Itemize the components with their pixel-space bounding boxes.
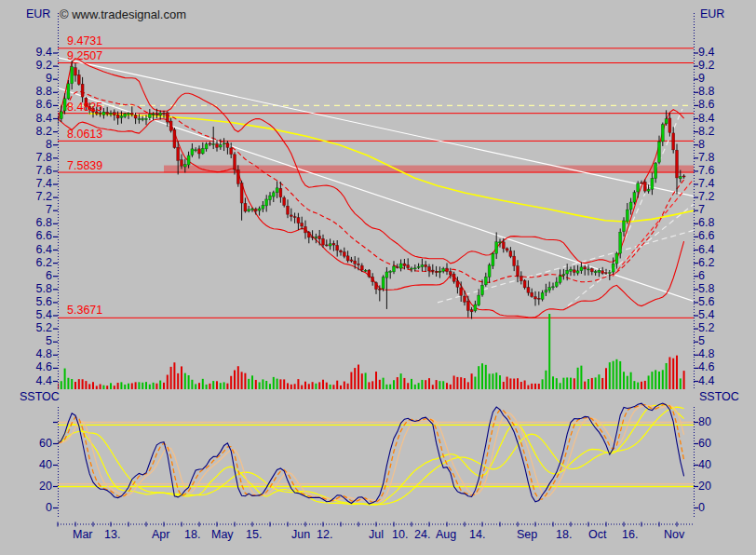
volume-bar (548, 314, 550, 389)
volume-bar (648, 375, 650, 389)
volume-bar (244, 373, 246, 389)
volume-bar (358, 365, 359, 389)
candle (545, 291, 547, 292)
price-tick-label-right: 5.6 (698, 296, 714, 308)
volume-bar (456, 377, 458, 389)
price-tick-label-left: 8.2 (0, 126, 52, 138)
volume-bar (142, 383, 143, 389)
candle (598, 270, 601, 272)
main-price-panel[interactable] (57, 48, 695, 389)
candle (474, 305, 477, 311)
volume-bar (560, 383, 561, 389)
volume-bar (432, 385, 434, 389)
volume-bar (503, 382, 505, 389)
price-tick-label-right: 7 (698, 204, 705, 216)
candle (513, 256, 516, 265)
volume-bar (114, 386, 115, 389)
volume-bar (110, 383, 112, 389)
candle (665, 119, 668, 124)
volume-bar (206, 385, 208, 389)
candle (573, 270, 575, 273)
price-tick-label-left: 4.8 (0, 348, 52, 360)
volume-bar (605, 368, 607, 389)
price-tick-label-right: 5 (698, 335, 705, 347)
price-tick-label-left: 6.4 (0, 244, 52, 256)
volume-bar (71, 379, 73, 389)
price-tick-label-left: 5.2 (0, 322, 52, 334)
volume-bar (312, 382, 314, 389)
price-tick-label-right: 9 (698, 73, 705, 85)
candle (446, 268, 449, 272)
candle (279, 188, 282, 196)
volume-bar (668, 357, 670, 389)
price-tick-label-right: 8.8 (698, 86, 714, 98)
chart-canvas[interactable] (0, 0, 756, 555)
price-tick-label-right: 9.4 (698, 47, 714, 59)
time-axis-label: 24. (414, 529, 430, 541)
candle (576, 271, 579, 273)
price-tick-label-right: 5.8 (698, 283, 714, 295)
candle (322, 238, 325, 245)
candle (195, 150, 197, 151)
candle (411, 268, 413, 269)
time-axis-label: Jul (369, 529, 384, 541)
volume-bar (85, 381, 87, 389)
volume-bar (453, 375, 455, 389)
candle (254, 210, 257, 211)
candle (258, 209, 261, 210)
volume-bar (124, 385, 126, 389)
price-tick-label-right: 9.2 (698, 60, 714, 72)
candle (399, 264, 402, 268)
volume-bar (347, 384, 349, 389)
volume-bar (371, 381, 373, 389)
candle (413, 268, 416, 269)
candle (159, 113, 162, 115)
volume-bar (318, 382, 320, 389)
candle (439, 271, 441, 272)
price-tick-label-left: 4.4 (0, 375, 52, 387)
candle (67, 84, 70, 99)
price-tick-label-left: 5.6 (0, 296, 52, 308)
candle (541, 292, 544, 299)
candle (633, 193, 636, 202)
candle (304, 226, 307, 233)
time-axis-label: Aug (436, 529, 456, 541)
price-tick-label-right: 7.6 (698, 165, 714, 177)
candle (290, 215, 292, 216)
candle (393, 266, 396, 272)
volume-bar (400, 373, 402, 389)
volume-bar (365, 372, 367, 389)
price-tick-label-right: 5.2 (698, 322, 714, 334)
volume-bar (237, 366, 239, 389)
volume-bar (436, 380, 438, 389)
volume-bar (177, 373, 179, 389)
candle (354, 261, 357, 264)
volume-bar (598, 374, 600, 389)
candle (428, 266, 431, 271)
volume-bar (230, 376, 232, 389)
volume-bar (591, 378, 593, 389)
resistance-zone-band (164, 166, 694, 173)
candle (181, 160, 183, 167)
price-level-label: 7.5839 (67, 160, 102, 172)
candle (679, 177, 682, 179)
candle (488, 265, 491, 278)
candle (527, 288, 530, 293)
candle (407, 265, 410, 268)
candle (478, 295, 480, 305)
volume-bar (389, 385, 391, 389)
candle (74, 68, 77, 75)
candle (226, 143, 229, 148)
volume-bar (297, 379, 299, 389)
stochastic-panel[interactable] (58, 403, 694, 505)
candle (63, 99, 66, 111)
volume-bar (265, 381, 267, 389)
candle (120, 116, 123, 118)
volume-bar (439, 381, 440, 389)
volume-bar (552, 376, 554, 389)
price-tick-label-left: 7.8 (0, 152, 52, 164)
candle (481, 285, 484, 294)
price-tick-label-right: 4.4 (698, 375, 714, 387)
candle (307, 232, 310, 237)
volume-bar (651, 372, 653, 389)
